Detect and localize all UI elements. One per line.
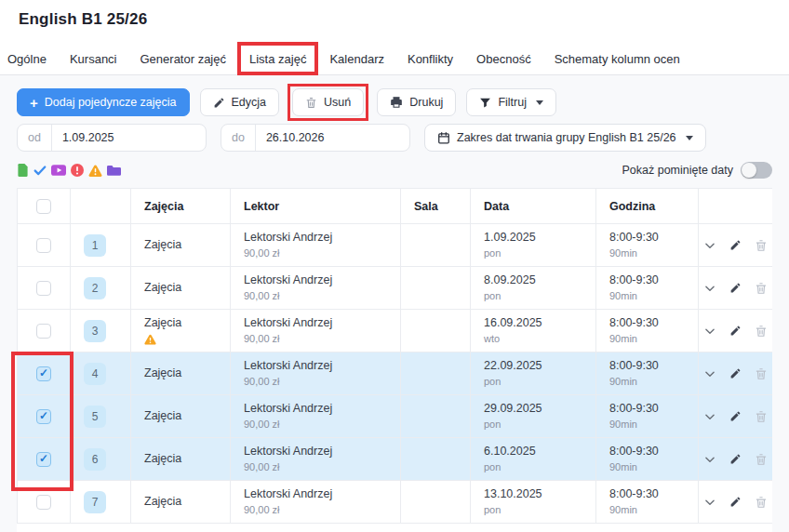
- row-checkbox[interactable]: [36, 495, 51, 510]
- check-icon: [33, 165, 47, 176]
- row-checkbox[interactable]: [36, 452, 51, 467]
- tab-obecnosc[interactable]: Obecność: [476, 52, 531, 66]
- calendar-icon: [437, 131, 450, 144]
- expand-row-button[interactable]: [703, 325, 716, 338]
- row-number-badge: 4: [84, 363, 106, 385]
- class-time: 8:00-9:30: [609, 359, 698, 374]
- expand-row-button[interactable]: [703, 496, 716, 509]
- expand-row-button[interactable]: [703, 367, 716, 380]
- tab-kursanci[interactable]: Kursanci: [70, 52, 117, 66]
- class-type-label: Zajęcia: [144, 238, 230, 253]
- delete-row-button[interactable]: [755, 282, 768, 295]
- class-duration: 90min: [609, 333, 698, 345]
- lektor-price: 90,00 zł: [244, 419, 400, 431]
- tab-lista-zajec[interactable]: Lista zajęć: [249, 52, 306, 66]
- lektor-price: 90,00 zł: [244, 376, 400, 388]
- row-checkbox[interactable]: [36, 281, 51, 296]
- lektor-name: Lektorski Andrzej: [244, 273, 400, 288]
- expand-row-button[interactable]: [703, 239, 716, 252]
- delete-row-button[interactable]: [755, 410, 768, 423]
- lektor-price: 90,00 zł: [244, 504, 400, 516]
- delete-row-button[interactable]: [755, 453, 768, 466]
- edit-row-button[interactable]: [729, 282, 742, 294]
- class-date: 1.09.2025: [484, 231, 595, 246]
- class-weekday: wto: [484, 333, 595, 345]
- date-to-value: 26.10.2026: [256, 131, 335, 144]
- tab-kalendarz[interactable]: Kalendarz: [329, 52, 384, 66]
- print-label: Drukuj: [409, 96, 443, 109]
- table-row: 3 Zajęcia Lektorski Andrzej 90,00 zł 16.…: [18, 310, 773, 352]
- alert-circle-icon: [71, 164, 84, 177]
- expand-row-button[interactable]: [703, 453, 716, 466]
- delete-row-button[interactable]: [755, 239, 768, 252]
- date-range-button[interactable]: Zakres dat trwania grupy English B1 25/2…: [424, 124, 706, 152]
- col-header-number: [71, 189, 131, 224]
- row-checkbox[interactable]: [36, 366, 51, 381]
- class-list-table-container: Zajęcia Lektor Sala Data Godzina 1 Zajęc…: [17, 188, 772, 532]
- class-weekday: pon: [484, 290, 595, 302]
- show-skipped-dates-group: Pokaż pominięte daty: [622, 162, 772, 179]
- table-row: 7 Zajęcia Lektorski Andrzej 90,00 zł 13.…: [18, 481, 773, 524]
- edit-row-button[interactable]: [729, 367, 742, 379]
- row-checkbox[interactable]: [36, 324, 51, 339]
- date-from-label: od: [18, 131, 51, 144]
- row-checkbox[interactable]: [36, 238, 51, 253]
- table-header-row: Zajęcia Lektor Sala Data Godzina: [18, 189, 773, 224]
- warning-icon: [144, 334, 230, 345]
- edit-row-button[interactable]: [729, 410, 742, 422]
- caret-down-icon: [686, 136, 693, 140]
- add-single-class-button[interactable]: + Dodaj pojedyncze zajęcia: [17, 88, 190, 116]
- class-type-label: Zajęcia: [144, 281, 230, 296]
- class-type-label: Zajęcia: [144, 495, 230, 510]
- date-to-input[interactable]: do 26.10.2026: [221, 124, 410, 152]
- class-type-label: Zajęcia: [144, 316, 230, 331]
- lektor-price: 90,00 zł: [244, 247, 400, 259]
- delete-row-button[interactable]: [755, 325, 768, 338]
- delete-row-button[interactable]: [755, 496, 768, 509]
- class-duration: 90min: [609, 419, 698, 431]
- toggle-knob: [742, 163, 756, 178]
- pencil-icon: [213, 97, 225, 109]
- warning-triangle-icon: [88, 165, 102, 177]
- row-checkbox[interactable]: [36, 409, 51, 424]
- show-skipped-dates-toggle[interactable]: [741, 162, 772, 179]
- date-from-value: 1.09.2025: [52, 131, 125, 144]
- filter-button[interactable]: Filtruj: [466, 88, 556, 116]
- tab-schematy-kolumn-ocen[interactable]: Schematy kolumn ocen: [555, 52, 680, 66]
- class-table-body: 1 Zajęcia Lektorski Andrzej 90,00 zł 1.0…: [18, 224, 773, 524]
- edit-row-button[interactable]: [729, 453, 742, 465]
- funnel-icon: [479, 97, 491, 109]
- tab-ogolne[interactable]: Ogólne: [7, 52, 47, 66]
- edit-row-button[interactable]: [729, 496, 742, 508]
- delete-row-button[interactable]: [755, 367, 768, 380]
- table-row: 6 Zajęcia Lektorski Andrzej 90,00 zł 6.1…: [18, 438, 773, 481]
- toolbar: + Dodaj pojedyncze zajęcia Edycja Usuń D…: [17, 88, 556, 116]
- tab-konflikty[interactable]: Konflikty: [408, 52, 453, 66]
- expand-row-button[interactable]: [703, 282, 716, 295]
- edit-row-button[interactable]: [729, 325, 742, 337]
- class-date: 22.09.2025: [484, 359, 595, 374]
- legend-row: Pokaż pominięte daty: [17, 162, 772, 179]
- select-all-checkbox[interactable]: [36, 199, 51, 214]
- delete-button[interactable]: Usuń: [292, 88, 364, 116]
- expand-row-button[interactable]: [703, 410, 716, 423]
- edit-row-button[interactable]: [729, 239, 742, 251]
- print-button[interactable]: Drukuj: [377, 88, 456, 116]
- date-from-input[interactable]: od 1.09.2025: [17, 124, 207, 152]
- class-weekday: pon: [484, 461, 595, 473]
- class-type-label: Zajęcia: [144, 452, 230, 467]
- class-type-label: Zajęcia: [144, 366, 230, 381]
- annotation-active-tab-box: Lista zajęć: [237, 42, 318, 75]
- date-to-label: do: [221, 131, 255, 144]
- class-duration: 90min: [609, 290, 698, 302]
- class-date: 6.10.2025: [484, 445, 595, 459]
- col-header-godzina: Godzina: [596, 189, 699, 224]
- date-range-label: Zakres dat trwania grupy English B1 25/2…: [457, 131, 676, 144]
- edit-button[interactable]: Edycja: [200, 88, 280, 116]
- class-list-table: Zajęcia Lektor Sala Data Godzina 1 Zajęc…: [17, 188, 772, 524]
- class-duration: 90min: [609, 376, 698, 388]
- folder-icon: [107, 165, 121, 176]
- tab-generator-zajec[interactable]: Generator zajęć: [140, 52, 227, 66]
- lektor-price: 90,00 zł: [244, 333, 400, 345]
- class-duration: 90min: [609, 247, 698, 259]
